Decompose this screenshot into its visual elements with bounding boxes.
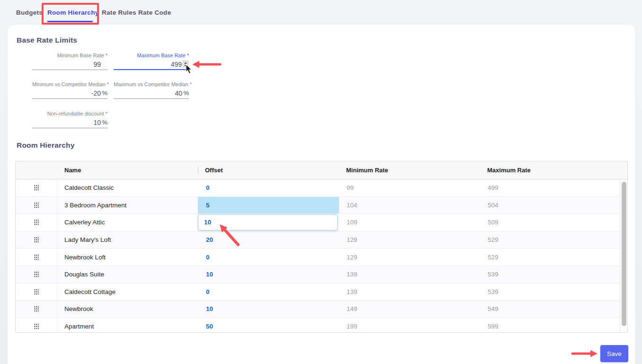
table-row: 3 Bedroom Apartment 5 104 504: [16, 197, 627, 214]
room-name-cell: Newbrook Loft: [57, 249, 198, 266]
column-divider: [198, 167, 198, 174]
minimum-rate-cell: 139: [339, 284, 480, 301]
field-label: Minimum Base Rate *: [32, 53, 107, 58]
offset-cell[interactable]: 50: [198, 318, 339, 333]
drag-handle-icon[interactable]: [34, 323, 39, 330]
drag-handle-cell: [16, 301, 57, 318]
offset-cell[interactable]: 10: [198, 266, 339, 283]
field-underline-focused: [114, 69, 189, 70]
field-label: Maximum vs Competitor Median *: [114, 81, 189, 87]
field-label: Non-refundable discount *: [32, 111, 107, 116]
non-refundable-discount-input[interactable]: 10: [93, 119, 101, 126]
room-name-cell: Lady Mary's Loft: [57, 231, 198, 249]
drag-handle-cell: [16, 197, 57, 214]
drag-handle-cell: [16, 231, 57, 249]
table-row: Caldecott Classic 0 99 499: [16, 179, 627, 197]
minimum-rate-cell: 149: [339, 301, 480, 318]
minimum-rate-cell: 129: [339, 231, 480, 249]
offset-cell[interactable]: 0: [198, 284, 339, 301]
room-hierarchy-table: Name Offset Minimum Rate Maximum Rate Ca…: [15, 161, 628, 333]
room-name-cell: Caldecott Classic: [57, 179, 198, 196]
table-header-row: Name Offset Minimum Rate Maximum Rate: [16, 161, 627, 179]
drag-handle-cell: [16, 284, 57, 301]
drag-handle-icon[interactable]: [34, 184, 39, 191]
offset-cell[interactable]: 20: [198, 231, 339, 249]
table-row: Calverley Attic 10 109 509: [16, 214, 627, 231]
minimum-rate-cell: 199: [339, 318, 480, 333]
room-hierarchy-heading: Room Hierarchy: [17, 141, 75, 150]
table-row: Douglas Suite 10 139 539: [16, 266, 627, 284]
offset-column-header: Offset: [198, 161, 339, 179]
table-row: Apartment 50 199 599: [16, 318, 627, 333]
offset-cell[interactable]: 0: [198, 179, 339, 196]
minimum-base-rate-field: Minimum Base Rate * 99: [32, 53, 107, 70]
drag-handle-cell: [16, 266, 57, 283]
percent-suffix: %: [101, 119, 107, 126]
content-card: Base Rate Limits Minimum Base Rate * 99 …: [8, 25, 635, 364]
maximum-rate-cell: 599: [480, 318, 627, 333]
drag-handle-cell: [16, 214, 57, 231]
drag-handle-icon[interactable]: [34, 305, 39, 312]
drag-handle-cell: [16, 318, 57, 333]
maximum-rate-cell: 499: [480, 179, 627, 196]
drag-handle-icon[interactable]: [34, 254, 39, 261]
maximum-rate-column-header: Maximum Rate: [480, 161, 627, 179]
max-vs-competitor-median-field: Maximum vs Competitor Median * 40 %: [114, 81, 189, 99]
maximum-rate-cell: 529: [480, 231, 627, 249]
field-underline: [32, 98, 107, 99]
table-row: Caldecott Cottage 0 139 539: [16, 284, 627, 301]
number-stepper-icon[interactable]: [182, 60, 189, 68]
offset-cell[interactable]: 0: [198, 249, 339, 266]
drag-handle-icon[interactable]: [34, 236, 39, 243]
annotation-arrow-left-icon: [191, 60, 222, 69]
base-rate-limits-heading: Base Rate Limits: [17, 36, 77, 44]
drag-handle-cell: [16, 179, 57, 196]
drag-handle-icon[interactable]: [34, 219, 39, 226]
tab-budgets[interactable]: Budgets: [16, 0, 43, 25]
table-body: Caldecott Classic 0 99 499 3 Bedroom Apa…: [16, 179, 627, 333]
maximum-rate-cell: 529: [480, 249, 627, 266]
drag-handle-icon[interactable]: [34, 271, 39, 278]
table-scrollbar[interactable]: [620, 180, 627, 332]
save-button[interactable]: Save: [600, 345, 628, 362]
maximum-rate-cell: 509: [480, 214, 627, 231]
tab-bar: Budgets Room Hierarchy Rate Rules Rate C…: [0, 0, 642, 25]
room-name-cell: Apartment: [57, 318, 198, 333]
drag-handle-column-header: [16, 161, 57, 179]
offset-cell[interactable]: 10: [198, 301, 339, 318]
room-name-cell: 3 Bedroom Apartment: [57, 197, 198, 214]
percent-suffix: %: [101, 89, 107, 97]
min-vs-competitor-input[interactable]: -20: [91, 89, 101, 97]
table-row: Newbrook 10 149 549: [16, 301, 627, 318]
field-underline: [114, 98, 189, 99]
drag-handle-icon[interactable]: [34, 288, 39, 295]
minimum-rate-cell: 109: [339, 214, 480, 231]
minimum-rate-cell: 99: [339, 179, 480, 196]
stepper-up-icon[interactable]: [184, 62, 187, 64]
room-name-cell: Newbrook: [57, 301, 198, 318]
maximum-base-rate-input[interactable]: 499: [171, 61, 182, 68]
rate-settings-page: { "tabs": [ { "label": "Budgets", "activ…: [0, 0, 642, 364]
table-row: Lady Mary's Loft 20 129 529: [16, 231, 627, 249]
offset-cell[interactable]: 10: [198, 214, 338, 231]
minimum-base-rate-input[interactable]: 99: [93, 61, 101, 68]
offset-cell[interactable]: 5: [198, 197, 339, 214]
maximum-rate-cell: 504: [480, 197, 627, 214]
table-row: Newbrook Loft 0 129 529: [16, 249, 627, 266]
scrollbar-thumb[interactable]: [622, 182, 626, 326]
minimum-rate-column-header: Minimum Rate: [339, 161, 480, 179]
stepper-down-icon[interactable]: [184, 65, 187, 67]
active-tab-underline: [47, 21, 93, 22]
minimum-rate-cell: 129: [339, 249, 480, 266]
max-vs-competitor-input[interactable]: 40: [175, 89, 182, 97]
field-underline: [32, 128, 107, 128]
field-label: Minimum vs Competitor Median *: [32, 81, 107, 87]
tab-rate-code[interactable]: Rate Code: [138, 0, 171, 25]
percent-suffix: %: [182, 89, 189, 97]
drag-handle-icon[interactable]: [34, 202, 39, 209]
field-label: Maximum Base Rate *: [114, 53, 189, 58]
maximum-rate-cell: 539: [480, 266, 627, 283]
maximum-rate-cell: 549: [480, 301, 627, 318]
annotation-arrow-right-icon: [571, 349, 598, 358]
tab-rate-rules[interactable]: Rate Rules: [102, 0, 136, 25]
